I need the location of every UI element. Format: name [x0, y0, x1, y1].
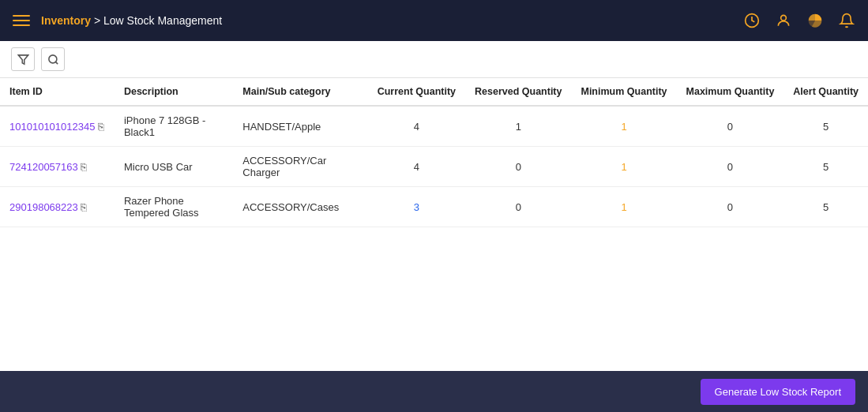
breadcrumb-sep: >: [94, 14, 100, 27]
alert-qty: 5: [783, 147, 868, 187]
reserved-qty: 1: [465, 106, 571, 147]
current-qty: 3: [368, 187, 465, 227]
item-id-link[interactable]: 724120057163: [9, 161, 78, 173]
history-icon[interactable]: [743, 12, 761, 29]
item-id-link[interactable]: 290198068223: [9, 201, 78, 213]
breadcrumb-page: Low Stock Management: [103, 14, 222, 27]
item-id-link[interactable]: 101010101012345: [9, 121, 95, 133]
reserved-qty: 0: [465, 147, 571, 187]
breadcrumb: Inventory > Low Stock Management: [41, 14, 222, 27]
item-description: Micro USB Car: [115, 147, 233, 187]
generate-report-button[interactable]: Generate Low Stock Report: [701, 379, 855, 405]
header-icons: [743, 12, 855, 29]
copy-icon[interactable]: ⎘: [98, 121, 104, 133]
col-header-category: Main/Sub category: [233, 78, 367, 106]
svg-point-3: [48, 54, 56, 62]
table-row: 290198068223 ⎘Razer Phone Tempered Glass…: [0, 187, 868, 227]
max-qty: 0: [677, 147, 784, 187]
search-button[interactable]: [41, 47, 65, 71]
col-header-id: Item ID: [0, 78, 115, 106]
col-header-description: Description: [115, 78, 233, 106]
col-header-alert-qty: Alert Quantity: [783, 78, 868, 106]
item-category: ACCESSORY/Cases: [233, 187, 367, 227]
hamburger-menu[interactable]: [13, 15, 30, 26]
svg-point-1: [781, 15, 787, 21]
header: Inventory > Low Stock Management: [0, 0, 868, 41]
col-header-max-qty: Maximum Quantity: [677, 78, 784, 106]
inventory-table: Item ID Description Main/Sub category Cu…: [0, 78, 868, 227]
item-category: HANDSET/Apple: [233, 106, 367, 147]
bell-icon[interactable]: [838, 12, 855, 29]
current-qty: 4: [368, 106, 465, 147]
svg-line-4: [55, 62, 58, 64]
min-qty: 1: [571, 147, 676, 187]
user-icon[interactable]: [775, 12, 792, 29]
table-header-row: Item ID Description Main/Sub category Cu…: [0, 78, 868, 106]
table-row: 724120057163 ⎘Micro USB CarACCESSORY/Car…: [0, 147, 868, 187]
filter-button[interactable]: [11, 47, 35, 71]
chart-icon[interactable]: [806, 12, 824, 29]
alert-qty: 5: [783, 187, 868, 227]
min-qty: 1: [571, 106, 676, 147]
col-header-min-qty: Minimum Quantity: [571, 78, 676, 106]
alert-qty: 5: [783, 106, 868, 147]
toolbar: [0, 41, 868, 78]
svg-marker-2: [18, 54, 28, 63]
item-category: ACCESSORY/Car Charger: [233, 147, 367, 187]
current-qty: 4: [368, 147, 465, 187]
min-qty: 1: [571, 187, 676, 227]
copy-icon[interactable]: ⎘: [81, 161, 87, 173]
max-qty: 0: [677, 106, 784, 147]
col-header-current-qty: Current Quantity: [368, 78, 465, 106]
max-qty: 0: [677, 187, 784, 227]
table-area: Item ID Description Main/Sub category Cu…: [0, 78, 868, 371]
reserved-qty: 0: [465, 187, 571, 227]
header-left: Inventory > Low Stock Management: [13, 14, 222, 27]
breadcrumb-inventory[interactable]: Inventory: [41, 14, 91, 27]
item-description: iPhone 7 128GB - Black1: [115, 106, 233, 147]
table-row: 101010101012345 ⎘iPhone 7 128GB - Black1…: [0, 106, 868, 147]
footer: Generate Low Stock Report: [0, 371, 868, 412]
copy-icon[interactable]: ⎘: [81, 201, 87, 213]
col-header-reserved-qty: Reserved Quantity: [465, 78, 571, 106]
item-description: Razer Phone Tempered Glass: [115, 187, 233, 227]
